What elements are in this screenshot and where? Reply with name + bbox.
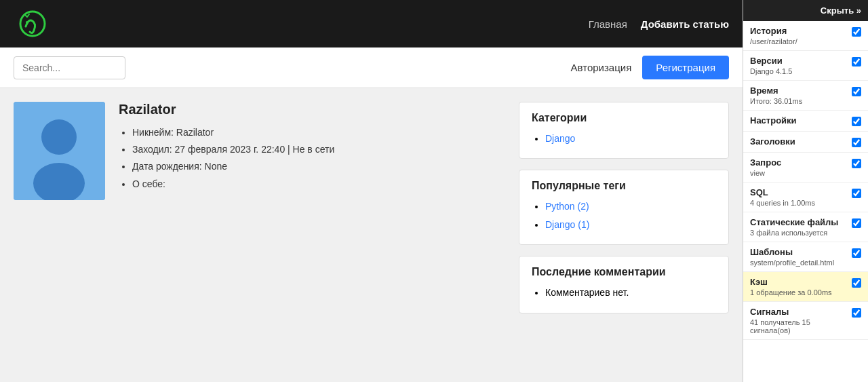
debug-item-checkbox[interactable] <box>852 159 861 168</box>
debug-hide-label: Скрыть » <box>821 5 861 16</box>
list-item: Django (1) <box>545 217 716 232</box>
debug-item-checkbox[interactable] <box>852 248 861 258</box>
nav-main-link[interactable]: Главная <box>589 18 627 30</box>
debug-item-title: Кэш <box>750 277 849 287</box>
nav-add-article-link[interactable]: Добавить статью <box>641 18 729 30</box>
recent-comments-list: Комментариев нет. <box>532 285 716 300</box>
debug-item-sub: 41 получатель 15 сигнала(ов) <box>750 318 849 335</box>
avatar <box>14 102 105 200</box>
content: Razilator Никнейм: Razilator Заходил: 27… <box>0 88 743 382</box>
register-button[interactable]: Регистрация <box>642 56 729 79</box>
debug-item-left: Кэш 1 обращение за 0.00ms <box>750 277 849 297</box>
recent-comments-panel: Последние комментарии Комментариев нет. <box>519 256 729 313</box>
debug-item-left: Запрос view <box>750 157 849 177</box>
debug-item-title: Запрос <box>750 157 849 168</box>
recent-comments-title: Последние комментарии <box>532 266 716 278</box>
debug-item-title: Время <box>750 85 849 96</box>
login-link[interactable]: Авторизация <box>571 62 632 73</box>
debug-item-title: Шаблоны <box>750 247 849 257</box>
list-item: Комментариев нет. <box>545 285 716 300</box>
debug-item-title: Версии <box>750 56 849 66</box>
main-area: Главная Добавить статью Авторизация Реги… <box>0 0 743 382</box>
right-panels: Категории Django Популярные теги Python … <box>519 102 729 368</box>
debug-item-sub: 3 файла используется <box>750 229 849 237</box>
navbar: Главная Добавить статью <box>0 0 743 47</box>
tag-python-link[interactable]: Python (2) <box>545 201 589 212</box>
debug-item-title: История <box>750 26 849 36</box>
avatar-icon <box>14 102 105 200</box>
svg-point-4 <box>41 119 77 155</box>
debug-item-sub: system/profile_detail.html <box>750 259 849 267</box>
svg-rect-0 <box>14 5 52 43</box>
debug-item[interactable]: SQL 4 queries in 1.00ms <box>743 183 868 212</box>
debug-item-left: Заголовки <box>750 136 849 147</box>
profile-detail-about: О себе: <box>132 176 505 193</box>
debug-item-checkbox[interactable] <box>852 278 861 288</box>
debug-item[interactable]: Шаблоны system/profile_detail.html <box>743 242 868 272</box>
list-item: Django <box>545 131 716 146</box>
debug-item[interactable]: Заголовки <box>743 132 868 153</box>
debug-item[interactable]: Настройки <box>743 111 868 132</box>
debug-items-container: История /user/razilator/ Версии Django 4… <box>743 21 868 340</box>
debug-item-title: SQL <box>750 187 849 197</box>
debug-item-sub: Итого: 36.01ms <box>750 97 849 105</box>
debug-item-checkbox[interactable] <box>852 27 861 37</box>
profile-detail-birthday: Дата рождения: None <box>132 158 505 175</box>
debug-item-sub: /user/razilator/ <box>750 37 849 45</box>
debug-item-checkbox[interactable] <box>852 138 861 147</box>
profile-section: Razilator Никнейм: Razilator Заходил: 27… <box>14 102 505 368</box>
category-django-link[interactable]: Django <box>545 133 575 144</box>
debug-item-title: Сигналы <box>750 307 849 317</box>
navbar-right: Главная Добавить статью <box>589 18 729 30</box>
debug-item-checkbox[interactable] <box>852 218 861 228</box>
popular-tags-title: Популярные теги <box>532 180 716 192</box>
debug-item-sub: Django 4.1.5 <box>750 67 849 75</box>
debug-item-left: Версии Django 4.1.5 <box>750 56 849 75</box>
debug-item-checkbox[interactable] <box>852 57 861 66</box>
debug-item-left: Сигналы 41 получатель 15 сигнала(ов) <box>750 307 849 335</box>
tag-django-link[interactable]: Django (1) <box>545 219 589 230</box>
logo-icon <box>14 5 52 43</box>
search-row: Авторизация Регистрация <box>0 47 743 88</box>
debug-hide-button[interactable]: Скрыть » <box>743 0 868 21</box>
debug-item-title: Заголовки <box>750 136 849 147</box>
debug-item-checkbox[interactable] <box>852 308 861 318</box>
list-item: Python (2) <box>545 199 716 214</box>
debug-item-sub: 4 queries in 1.00ms <box>750 199 849 207</box>
auth-buttons: Авторизация Регистрация <box>571 56 729 79</box>
debug-item[interactable]: Запрос view <box>743 153 868 183</box>
profile-info: Razilator Никнейм: Razilator Заходил: 27… <box>119 102 505 368</box>
debug-item[interactable]: История /user/razilator/ <box>743 21 868 51</box>
debug-item-left: Время Итого: 36.01ms <box>750 85 849 105</box>
debug-item[interactable]: Сигналы 41 получатель 15 сигнала(ов) <box>743 302 868 340</box>
debug-sidebar: Скрыть » История /user/razilator/ Версии… <box>743 0 868 382</box>
debug-item-checkbox[interactable] <box>852 117 861 126</box>
profile-detail-nickname: Никнейм: Razilator <box>132 124 505 141</box>
debug-item[interactable]: Кэш 1 обращение за 0.00ms <box>743 272 868 302</box>
popular-tags-list: Python (2) Django (1) <box>532 199 716 232</box>
debug-item-left: Настройки <box>750 115 849 126</box>
debug-item-left: История /user/razilator/ <box>750 26 849 45</box>
navbar-left <box>14 5 52 43</box>
popular-tags-panel: Популярные теги Python (2) Django (1) <box>519 170 729 245</box>
debug-item-sub: 1 обращение за 0.00ms <box>750 288 849 297</box>
debug-item-checkbox[interactable] <box>852 87 861 96</box>
profile-details: Никнейм: Razilator Заходил: 27 февраля 2… <box>119 124 505 193</box>
debug-item[interactable]: Время Итого: 36.01ms <box>743 81 868 111</box>
categories-panel: Категории Django <box>519 102 729 159</box>
debug-item-left: SQL 4 queries in 1.00ms <box>750 187 849 207</box>
profile-detail-lastlogin: Заходил: 27 февраля 2023 г. 22:40 | Не в… <box>132 141 505 158</box>
profile-name: Razilator <box>119 102 505 117</box>
debug-item[interactable]: Версии Django 4.1.5 <box>743 51 868 81</box>
debug-item-left: Шаблоны system/profile_detail.html <box>750 247 849 267</box>
categories-list: Django <box>532 131 716 146</box>
debug-item-left: Статические файлы 3 файла используется <box>750 217 849 237</box>
debug-item-title: Статические файлы <box>750 217 849 227</box>
debug-item-title: Настройки <box>750 115 849 126</box>
svg-point-2 <box>26 21 28 24</box>
categories-title: Категории <box>532 112 716 124</box>
debug-item[interactable]: Статические файлы 3 файла используется <box>743 212 868 242</box>
search-input[interactable] <box>14 56 125 79</box>
debug-item-checkbox[interactable] <box>852 189 861 198</box>
debug-item-sub: view <box>750 169 849 177</box>
